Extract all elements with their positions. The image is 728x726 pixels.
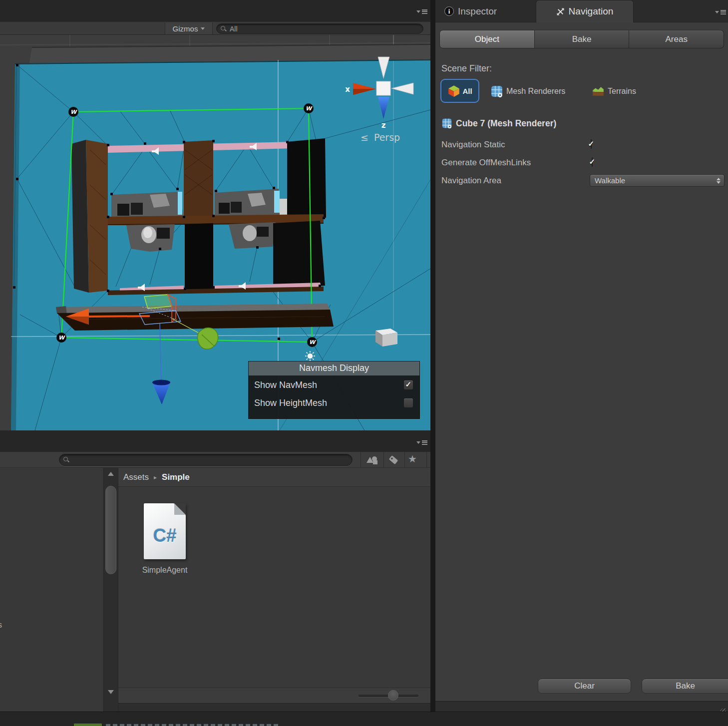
favorites-star-icon[interactable]: ★ (408, 453, 417, 465)
scrollbar-thumb[interactable] (105, 486, 116, 574)
status-bar (0, 712, 728, 726)
clipped-console-message (106, 724, 281, 726)
show-heightmesh-label: Show HeightMesh (254, 398, 327, 408)
project-folder-tree[interactable]: s (0, 468, 103, 712)
scroll-up-icon[interactable] (108, 472, 114, 476)
gizmo-z-label: z (381, 121, 386, 130)
icon-size-slider-knob[interactable] (388, 690, 398, 701)
search-icon (63, 457, 69, 463)
mode-tab-object[interactable]: Object (439, 30, 535, 48)
project-search-input[interactable] (59, 454, 353, 466)
terrains-icon (592, 85, 605, 98)
breadcrumb-root[interactable]: Assets (123, 472, 149, 482)
scene-filter-terrains-button[interactable]: Terrains (592, 85, 636, 98)
unity-editor-window: Gizmos All (0, 0, 728, 726)
navigation-static-checkbox[interactable] (591, 139, 592, 149)
show-navmesh-row: Show NavMesh (249, 376, 419, 393)
selected-object-heading: Cube 7 (Mesh Renderer) (441, 118, 556, 129)
scene-panel-menu-icon[interactable] (416, 7, 427, 14)
asset-csharp-script[interactable]: C# (144, 503, 186, 559)
dropdown-updown-icon (717, 178, 721, 184)
show-navmesh-checkbox[interactable] (403, 380, 413, 390)
navigation-mode-tabs: Object Bake Areas (439, 30, 724, 48)
csharp-badge: C# (153, 525, 176, 546)
navigation-static-label: Navigation Static (441, 140, 505, 150)
svg-text:W: W (309, 339, 316, 346)
search-by-type-icon[interactable] (365, 455, 379, 465)
scene-panel-header (0, 0, 430, 21)
svg-text:W: W (306, 105, 313, 112)
tree-item-fragment: s (0, 621, 2, 630)
show-heightmesh-checkbox[interactable] (403, 398, 413, 408)
search-by-label-icon[interactable] (387, 454, 399, 465)
scene-toolbar: Gizmos All (0, 21, 430, 35)
scene-search-input[interactable]: All (216, 23, 423, 34)
persp-angle-icon: ≤ (361, 132, 368, 143)
scene-search-value: All (230, 25, 238, 33)
asset-label[interactable]: SimpleAgent (125, 566, 205, 575)
chevron-down-icon (201, 27, 205, 30)
mesh-renderer-icon (441, 118, 452, 129)
info-icon: i (444, 6, 454, 16)
mesh-renderers-icon (490, 85, 503, 98)
breadcrumb-current[interactable]: Simple (162, 472, 190, 482)
gizmo-x-label: x (345, 85, 350, 94)
breadcrumb-separator-icon: ▸ (154, 474, 157, 481)
project-toolbar: ★ (0, 452, 430, 468)
inspector-tabbar: i Inspector Navigation (435, 0, 728, 22)
mesh-renderers-label: Mesh Renderers (506, 87, 565, 96)
tab-inspector[interactable]: i Inspector (444, 0, 497, 22)
navigation-icon (556, 7, 565, 16)
svg-text:W: W (70, 109, 77, 115)
navigation-area-dropdown[interactable]: Walkable (590, 174, 725, 187)
navigation-panel-menu-icon[interactable] (715, 8, 726, 15)
persp-label: Persp (374, 132, 400, 143)
scene-filter-label: Scene Filter: (441, 63, 492, 74)
gizmos-dropdown-button[interactable]: Gizmos (165, 22, 213, 34)
navmesh-display-overlay: Navmesh Display Show NavMesh Show Height… (248, 361, 420, 419)
selected-object-title: Cube 7 (Mesh Renderer) (456, 118, 556, 129)
panel-divider[interactable] (430, 0, 435, 726)
tab-navigation[interactable]: Navigation (536, 0, 634, 22)
terrains-label: Terrains (608, 87, 636, 96)
all-cube-icon (447, 84, 460, 97)
mode-tab-areas[interactable]: Areas (629, 30, 724, 48)
scroll-down-icon[interactable] (108, 690, 114, 694)
scene-viewport[interactable]: W W W W (0, 35, 430, 430)
bake-button[interactable]: Bake (642, 679, 728, 694)
clipped-console-icon (74, 724, 102, 726)
navigation-area-label: Navigation Area (441, 176, 501, 186)
inspector-tab-label: Inspector (458, 6, 497, 17)
clear-button[interactable]: Clear (538, 679, 631, 694)
project-panel-menu-icon[interactable] (416, 438, 427, 445)
project-bottom-bar (118, 688, 430, 703)
search-icon (221, 26, 227, 32)
show-navmesh-label: Show NavMesh (254, 380, 317, 390)
scene-filter-mesh-renderers-button[interactable]: Mesh Renderers (490, 85, 565, 98)
project-panel-header (0, 430, 430, 452)
breadcrumb: Assets ▸ Simple (118, 468, 430, 487)
navigation-area-value: Walkable (595, 176, 625, 185)
scene-filter-all-button[interactable]: All (440, 79, 479, 103)
project-panel: ★ s Assets ▸ Simple C# SimpleAgent (0, 430, 430, 712)
project-asset-grid: Assets ▸ Simple C# SimpleAgent (118, 468, 430, 712)
gizmos-label: Gizmos (173, 24, 198, 33)
navigation-tab-label: Navigation (569, 6, 614, 17)
sun-gizmo-icon (305, 351, 315, 361)
navmesh-display-title: Navmesh Display (249, 362, 419, 375)
navigation-panel: i Inspector Navigation Object Bake Areas… (435, 0, 728, 726)
generate-offmeshlinks-label: Generate OffMeshLinks (441, 158, 531, 168)
all-filter-label: All (462, 87, 472, 95)
show-heightmesh-row: Show HeightMesh (249, 394, 419, 411)
project-scrollbar[interactable] (103, 468, 118, 712)
generate-offmeshlinks-checkbox[interactable] (592, 157, 593, 167)
svg-text:W: W (58, 335, 65, 341)
mode-tab-bake[interactable]: Bake (535, 30, 630, 48)
